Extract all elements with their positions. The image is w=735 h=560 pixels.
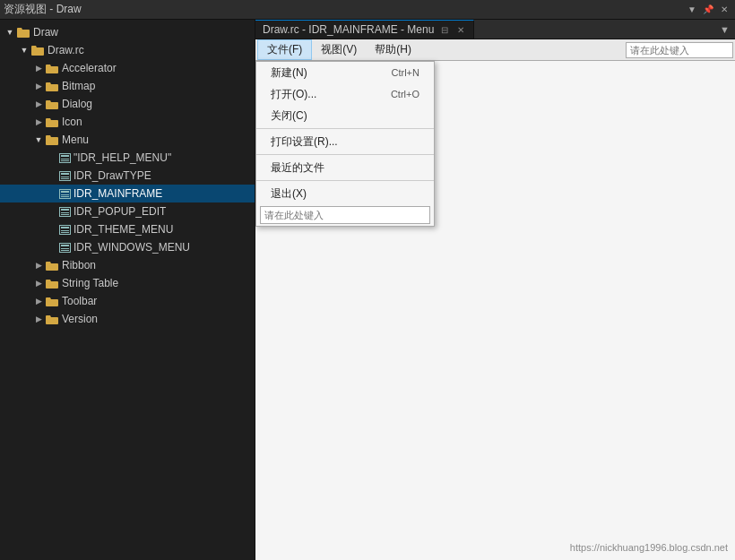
tree-item-version[interactable]: ▶ Version <box>0 310 255 328</box>
arrow-version: ▶ <box>32 313 45 325</box>
app-title: 资源视图 - Draw <box>4 2 685 17</box>
tree-item-toolbar[interactable]: ▶ Toolbar <box>0 292 255 310</box>
dropdown-recent-label: 最近的文件 <box>271 160 324 176</box>
editor-tab-label: Draw.rc - IDR_MAINFRAME - Menu <box>263 23 434 36</box>
tree-label-string-table: String Table <box>62 277 118 289</box>
dropdown-item-exit[interactable]: 退出(X) <box>256 183 434 204</box>
resource-tree: ▼ Draw ▼ Draw.rc ▶ Accelerato <box>0 20 255 560</box>
tree-label-ribbon: Ribbon <box>62 259 96 271</box>
arrow-icon: ▶ <box>32 116 45 128</box>
tree-label-drawrc: Draw.rc <box>48 44 84 56</box>
tree-item-idr-theme-menu[interactable]: ▶ IDR_THEME_MENU <box>0 220 255 238</box>
tree-label-toolbar: Toolbar <box>62 295 97 307</box>
tree-item-dialog[interactable]: ▶ Dialog <box>0 95 255 113</box>
watermark: https://nickhuang1996.blog.csdn.net <box>570 542 728 553</box>
tree-item-idr-drawtype[interactable]: ▶ IDR_DrawTYPE <box>0 167 255 185</box>
folder-version-icon <box>45 313 59 325</box>
tree-label-idr-help-menu: "IDR_HELP_MENU" <box>74 151 171 164</box>
dropdown-item-close[interactable]: 关闭(C) <box>256 105 434 126</box>
menu-bar: 文件(F) 视图(V) 帮助(H) <box>255 39 735 61</box>
dropdown-type-input[interactable] <box>260 206 430 224</box>
dropdown-open-shortcut: Ctrl+O <box>391 89 419 99</box>
tree-label-idr-drawtype: IDR_DrawTYPE <box>74 169 151 182</box>
tree-label-idr-windows-menu: IDR_WINDOWS_MENU <box>74 241 190 254</box>
tab-close-icon[interactable]: ✕ <box>455 24 466 36</box>
tree-item-draw[interactable]: ▼ Draw <box>0 23 255 41</box>
tree-item-icon[interactable]: ▶ Icon <box>0 113 255 131</box>
arrow-string-table: ▶ <box>32 277 45 289</box>
pin-icon[interactable]: 📌 <box>701 3 715 17</box>
arrow-menu: ▼ <box>32 134 45 146</box>
arrow-bitmap: ▶ <box>32 80 45 92</box>
right-panel: Draw.rc - IDR_MAINFRAME - Menu ⊟ ✕ ▼ 文件(… <box>255 20 735 560</box>
tree-label-idr-theme-menu: IDR_THEME_MENU <box>74 223 173 236</box>
tree-item-accelerator[interactable]: ▶ Accelerator <box>0 59 255 77</box>
folder-dialog-icon <box>45 98 59 110</box>
dropdown-arrow-icon[interactable]: ▼ <box>685 3 699 17</box>
tree-item-idr-windows-menu[interactable]: ▶ IDR_WINDOWS_MENU <box>0 238 255 256</box>
folder-drawrc-icon <box>30 44 45 56</box>
tree-label-idr-popup-edit: IDR_POPUP_EDIT <box>74 205 166 218</box>
dropdown-item-open[interactable]: 打开(O)... Ctrl+O <box>256 83 434 105</box>
folder-icon-icon <box>45 116 59 128</box>
arrow-draw: ▼ <box>4 26 16 39</box>
folder-toolbar-icon <box>45 295 59 307</box>
dropdown-new-label: 新建(N) <box>271 65 307 81</box>
folder-draw-icon <box>16 26 30 39</box>
tree-item-idr-help-menu[interactable]: ▶ "IDR_HELP_MENU" <box>0 149 255 167</box>
menu-bar-file[interactable]: 文件(F) <box>257 39 312 60</box>
dropdown-sep-1 <box>256 128 434 129</box>
editor-tab-bar: Draw.rc - IDR_MAINFRAME - Menu ⊟ ✕ ▼ <box>255 20 735 39</box>
editor-tab-mainframe[interactable]: Draw.rc - IDR_MAINFRAME - Menu ⊟ ✕ <box>255 20 474 39</box>
dropdown-print-setup-label: 打印设置(R)... <box>271 134 338 150</box>
tab-pin-icon[interactable]: ⊟ <box>439 24 450 36</box>
close-panel-icon[interactable]: ✕ <box>717 3 731 17</box>
dropdown-sep-2 <box>256 154 434 155</box>
top-bar: 资源视图 - Draw ▼ 📌 ✕ <box>0 0 735 20</box>
tree-item-string-table[interactable]: ▶ String Table <box>0 274 255 292</box>
menu-bar-help[interactable]: 帮助(H) <box>366 39 420 60</box>
menu-popup-icon <box>59 207 71 217</box>
arrow-drawrc: ▼ <box>18 44 30 56</box>
tree-item-menu[interactable]: ▼ Menu <box>0 131 255 149</box>
tab-bar-options-icon[interactable]: ▼ <box>720 24 730 35</box>
main-layout: ▼ Draw ▼ Draw.rc ▶ Accelerato <box>0 20 735 560</box>
tree-label-icon: Icon <box>62 116 82 128</box>
menu-bar-file-label: 文件(F) <box>267 42 302 57</box>
left-panel: ▼ Draw ▼ Draw.rc ▶ Accelerato <box>0 20 255 560</box>
dropdown-exit-label: 退出(X) <box>271 186 307 202</box>
menu-windows-icon <box>59 243 71 253</box>
tree-item-ribbon[interactable]: ▶ Ribbon <box>0 256 255 274</box>
tree-label-menu: Menu <box>62 134 89 146</box>
menu-bar-view[interactable]: 视图(V) <box>312 39 366 60</box>
tab-bar-empty <box>474 20 714 39</box>
tree-label-bitmap: Bitmap <box>62 80 95 92</box>
tree-label-draw: Draw <box>33 26 58 39</box>
tree-label-accelerator: Accelerator <box>62 62 117 74</box>
folder-ribbon-icon <box>45 259 59 271</box>
tree-item-drawrc[interactable]: ▼ Draw.rc <box>0 41 255 59</box>
menu-mainframe-icon <box>59 189 71 199</box>
menu-editor: 文件(F) 视图(V) 帮助(H) 新建(N) Ctrl+N 打开(O)... <box>255 39 735 560</box>
dropdown-close-label: 关闭(C) <box>271 108 307 124</box>
dropdown-item-input <box>256 204 434 226</box>
dropdown-item-recent[interactable]: 最近的文件 <box>256 157 434 178</box>
tab-bar-right: ▼ <box>714 20 735 39</box>
tree-label-dialog: Dialog <box>62 98 92 110</box>
dropdown-item-new[interactable]: 新建(N) Ctrl+N <box>256 62 434 83</box>
arrow-accelerator: ▶ <box>32 62 45 74</box>
tree-item-idr-mainframe[interactable]: ▶ IDR_MAINFRAME <box>0 185 255 202</box>
tree-label-version: Version <box>62 313 98 325</box>
menu-drawtype-icon <box>59 171 71 181</box>
menu-bar-view-label: 视图(V) <box>321 42 357 57</box>
menu-theme-icon <box>59 225 71 235</box>
dropdown-sep-3 <box>256 180 434 181</box>
folder-bitmap-icon <box>45 80 59 92</box>
dropdown-item-print-setup[interactable]: 打印设置(R)... <box>256 131 434 152</box>
dropdown-menu: 新建(N) Ctrl+N 打开(O)... Ctrl+O 关闭(C) 打印设置(… <box>255 61 435 227</box>
folder-string-table-icon <box>45 277 59 289</box>
tree-item-bitmap[interactable]: ▶ Bitmap <box>0 77 255 95</box>
folder-accelerator-icon <box>45 62 59 74</box>
tree-item-idr-popup-edit[interactable]: ▶ IDR_POPUP_EDIT <box>0 202 255 220</box>
menu-bar-input[interactable] <box>626 42 733 58</box>
